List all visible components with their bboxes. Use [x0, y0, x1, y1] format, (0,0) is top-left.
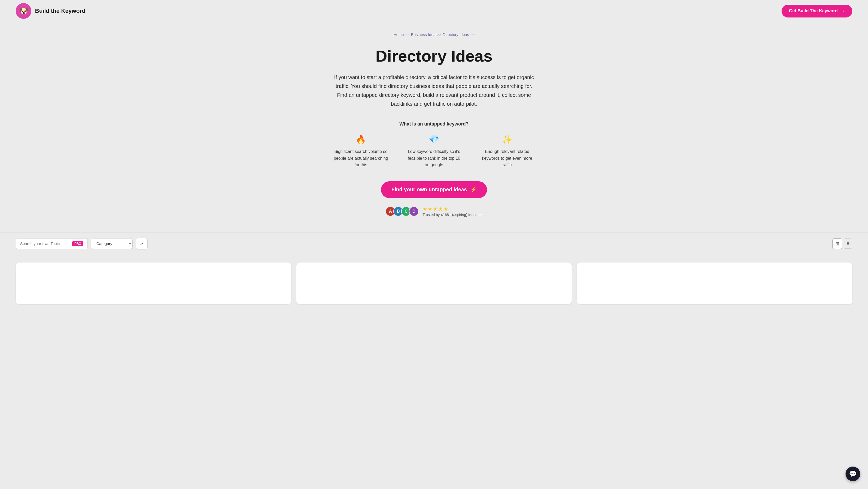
filter-left: PRO Category Technology Health Finance E… [16, 238, 148, 250]
trust-stars: ★★★★★ [423, 206, 482, 212]
feature-text-2: Enough relevant related keywords to get … [482, 149, 532, 167]
share-icon: ➚ [140, 241, 144, 247]
brand-link[interactable]: 🐶 Build the Keyword [16, 3, 85, 19]
feature-text-1: Low keyword difficulty so it's feasible … [408, 149, 460, 167]
get-btn-label: Get Build The Keyword [789, 8, 838, 13]
breadcrumb-sep2: >> [437, 33, 441, 36]
chat-widget[interactable]: 💬 [845, 466, 860, 481]
breadcrumb-current: Directory Ideas [443, 32, 469, 37]
sparkles-icon: ✨ [478, 135, 536, 144]
avatars: A B C D [385, 206, 419, 216]
page-title: Directory Ideas [322, 47, 546, 65]
trust-text: Trusted by 4168+ (aspiring) founders [423, 213, 482, 217]
hero-description: If you want to start a profitable direct… [332, 73, 536, 108]
breadcrumb: Home >> Business Idea >> Directory Ideas… [322, 32, 546, 37]
share-button[interactable]: ➚ [136, 238, 148, 250]
breadcrumb-sep1: >> [406, 33, 409, 36]
get-build-keyword-button[interactable]: Get Build The Keyword → [781, 5, 852, 18]
cta-label: Find your own untapped ideas [392, 187, 467, 193]
feature-text-0: Significant search volume so people are … [334, 149, 388, 167]
trust-info: ★★★★★ Trusted by 4168+ (aspiring) founde… [423, 206, 482, 217]
cta-section: Find your own untapped ideas ⚡ [322, 181, 546, 198]
pro-badge: PRO [72, 241, 83, 246]
grid-icon: ⊞ [835, 241, 839, 246]
feature-item-0: 🔥 Significant search volume so people ar… [332, 135, 390, 168]
navbar: 🐶 Build the Keyword Get Build The Keywor… [0, 0, 868, 22]
feature-item-2: ✨ Enough relevant related keywords to ge… [478, 135, 536, 168]
arrow-icon: → [840, 8, 845, 14]
features-row: 🔥 Significant search volume so people ar… [322, 135, 546, 168]
view-list-button[interactable]: ≡ [844, 238, 852, 249]
breadcrumb-home[interactable]: Home [394, 32, 404, 37]
search-topic-wrapper: PRO [16, 238, 88, 249]
brand-logo: 🐶 [16, 3, 31, 19]
card-1 [297, 262, 572, 304]
filter-bar: PRO Category Technology Health Finance E… [0, 232, 868, 255]
brand-logo-emoji: 🐶 [19, 6, 28, 15]
card-2 [577, 262, 852, 304]
main-content: Home >> Business Idea >> Directory Ideas… [316, 22, 552, 217]
list-icon: ≡ [846, 241, 849, 246]
diamond-icon: 💎 [405, 135, 463, 144]
category-select[interactable]: Category Technology Health Finance Educa… [91, 238, 133, 249]
search-topic-input[interactable] [20, 241, 70, 246]
card-grid [0, 255, 868, 320]
untapped-section: What is an untapped keyword? 🔥 Significa… [322, 121, 546, 168]
find-untapped-button[interactable]: Find your own untapped ideas ⚡ [381, 181, 487, 198]
breadcrumb-sep3: >> [470, 33, 474, 36]
chat-icon: 💬 [849, 470, 857, 478]
brand-title: Build the Keyword [35, 7, 85, 14]
view-toggle: ⊞ ≡ [833, 238, 852, 249]
avatar-3: D [409, 206, 419, 216]
feature-item-1: 💎 Low keyword difficulty so it's feasibl… [405, 135, 463, 168]
untapped-title: What is an untapped keyword? [322, 121, 546, 127]
breadcrumb-business-idea[interactable]: Business Idea [411, 32, 436, 37]
card-0 [16, 262, 291, 304]
view-grid-button[interactable]: ⊞ [833, 238, 842, 249]
trust-row: A B C D ★★★★★ Trusted by 4168+ (aspiring… [322, 206, 546, 217]
fire-icon: 🔥 [332, 135, 390, 144]
cta-lightning-icon: ⚡ [470, 187, 476, 193]
